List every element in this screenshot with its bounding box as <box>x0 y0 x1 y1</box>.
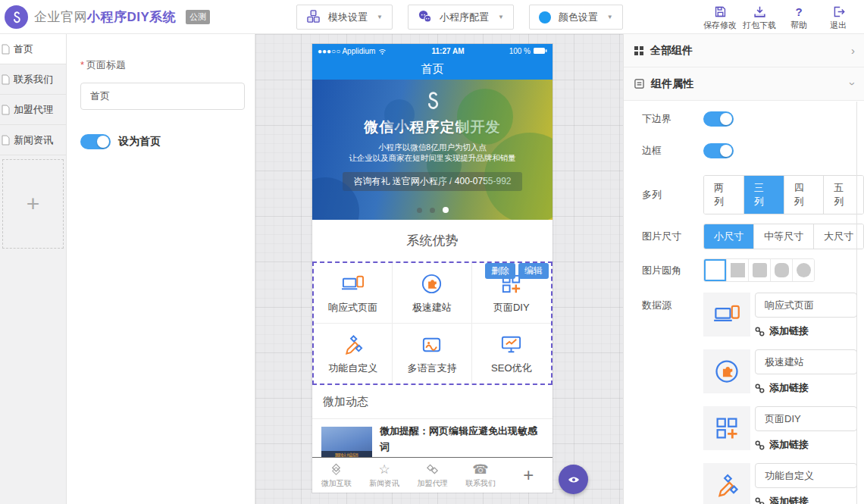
sidebar-item-home[interactable]: 首页 <box>0 34 66 64</box>
save-button[interactable]: 保存修改 <box>700 4 740 31</box>
sidebar-item-contact[interactable]: 联系我们 <box>0 64 66 95</box>
link-icon <box>755 383 765 393</box>
selected-component-grid[interactable]: 删除 编辑 响应式页面 极速建站 页面DIY <box>312 261 553 385</box>
phone-tab-bar: 微加互联 ☆ 新闻资讯 加盟代理 ☎ 联系我们 + <box>312 457 553 493</box>
page-title-label: *页面标题 <box>80 58 245 72</box>
radius-option-square[interactable] <box>726 259 748 281</box>
carrier-text: ●●●○○ Applidium <box>318 47 375 55</box>
section-title-advantages: 系统优势 <box>312 220 553 261</box>
feature-responsive[interactable]: 响应式页面 <box>314 263 393 324</box>
required-asterisk: * <box>80 59 84 70</box>
brand: 企业官网小程序DIY系统 公测 <box>5 0 210 34</box>
component-props-header[interactable]: 组件属性 › <box>624 67 864 101</box>
menu-modules-button[interactable]: 模块设置 ▼ <box>296 5 393 30</box>
page-icon <box>1 44 11 55</box>
tab-weijia[interactable]: 微加互联 <box>312 458 360 493</box>
chevron-right-icon: › <box>851 44 855 57</box>
scrollbar-track[interactable] <box>856 102 857 504</box>
exit-button[interactable]: 退出 <box>819 4 858 31</box>
miniprogram-icon <box>418 9 432 26</box>
radius-option-none-selected[interactable] <box>704 259 726 281</box>
seo-icon <box>499 333 523 356</box>
delete-component-button[interactable]: 删除 <box>485 263 515 279</box>
data-source-title-input[interactable] <box>755 463 857 488</box>
carousel-dot-active[interactable] <box>443 207 449 213</box>
eye-icon <box>567 473 581 487</box>
battery-icon <box>534 48 547 55</box>
custom-function-icon <box>341 333 365 356</box>
beta-badge: 公测 <box>186 10 210 24</box>
link-icon <box>755 497 765 504</box>
selection-actions: 删除 编辑 <box>485 263 549 279</box>
data-source-item: 添加链接 <box>703 463 857 504</box>
columns-option-2[interactable]: 两列 <box>704 176 743 214</box>
fast-build-icon <box>703 349 750 393</box>
feature-fast-build[interactable]: 极速建站 <box>393 263 471 324</box>
carousel-dots <box>312 207 553 213</box>
set-home-toggle[interactable] <box>80 134 111 149</box>
page-icon <box>1 74 11 85</box>
battery-text: 100 % <box>509 47 531 55</box>
feature-seo[interactable]: SEO优化 <box>472 324 551 383</box>
carousel-dot[interactable] <box>417 208 422 213</box>
plus-icon: + <box>523 468 534 484</box>
download-button[interactable]: 打包下载 <box>740 4 779 31</box>
editor-canvas: ●●●○○ Applidium 11:27 AM 100 % 首页 <box>255 34 623 504</box>
page-title-input[interactable] <box>80 83 245 110</box>
tab-agent[interactable]: 加盟代理 <box>409 458 456 493</box>
data-source-title-input[interactable] <box>755 293 857 318</box>
bottom-border-toggle[interactable] <box>703 111 734 127</box>
responsive-icon <box>341 272 365 296</box>
sidebar-item-agent[interactable]: 加盟代理 <box>0 95 66 125</box>
phone-preview: ●●●○○ Applidium 11:27 AM 100 % 首页 <box>312 44 553 493</box>
radius-option-rounded-sm[interactable] <box>748 259 770 281</box>
page-settings-panel: *页面标题 设为首页 <box>67 34 255 504</box>
size-medium[interactable]: 中等尺寸 <box>753 224 813 249</box>
edit-component-button[interactable]: 编辑 <box>518 263 549 279</box>
all-components-header[interactable]: 全部组件 › <box>624 34 864 67</box>
size-small-selected[interactable]: 小尺寸 <box>704 224 753 249</box>
bottom-border-row: 下边界 <box>642 111 864 127</box>
sidebar-item-news[interactable]: 新闻资讯 <box>0 125 66 155</box>
tab-add[interactable]: + <box>505 458 553 493</box>
modules-icon <box>306 9 321 26</box>
preview-button[interactable] <box>559 465 588 494</box>
image-size-row: 图片尺寸 小尺寸 中等尺寸 大尺寸 <box>642 224 864 249</box>
columns-option-3-selected[interactable]: 三列 <box>743 176 784 214</box>
columns-option-4[interactable]: 四列 <box>784 176 824 214</box>
menu-miniprogram-button[interactable]: 小程序配置 ▼ <box>408 5 514 30</box>
border-toggle[interactable] <box>703 143 734 158</box>
add-link-button[interactable]: 添加链接 <box>755 495 857 504</box>
border-row: 边框 <box>642 143 864 158</box>
data-source-item: 添加链接 <box>703 349 857 395</box>
hero-banner[interactable]: 微信小程序定制开发 小程序以微信8亿用户为切入点 让企业以及商家在短时间里实现提… <box>312 80 553 220</box>
props-list-icon <box>634 79 644 89</box>
add-page-button[interactable]: + <box>2 159 64 249</box>
carousel-dot[interactable] <box>430 208 435 213</box>
tab-contact[interactable]: ☎ 联系我们 <box>456 458 504 493</box>
add-link-button[interactable]: 添加链接 <box>755 324 857 338</box>
data-source-title-input[interactable] <box>755 349 857 374</box>
link-icon <box>755 327 765 337</box>
feature-custom-function[interactable]: 功能自定义 <box>314 324 393 383</box>
app-root: 企业官网小程序DIY系统 公测 模块设置 ▼ 小程序配置 ▼ 颜色设置 <box>0 0 864 504</box>
phone-icon: ☎ <box>472 462 488 477</box>
news-thumbnail: 网站编辑 <box>321 427 372 461</box>
columns-option-5[interactable]: 五列 <box>823 176 863 214</box>
page-icon <box>1 105 11 115</box>
radius-option-rounded-lg[interactable] <box>770 259 792 281</box>
menu-color-button[interactable]: 颜色设置 ▼ <box>529 5 623 30</box>
caret-down-icon: ▼ <box>377 14 383 20</box>
add-link-button[interactable]: 添加链接 <box>755 438 857 452</box>
multilang-icon <box>420 333 443 356</box>
columns-segmented: 两列 三列 四列 五列 <box>703 175 864 214</box>
help-button[interactable]: ? 帮助 <box>779 4 819 31</box>
section-title-news: 微加动态 <box>312 385 553 419</box>
tab-news[interactable]: ☆ 新闻资讯 <box>360 458 408 493</box>
add-link-button[interactable]: 添加链接 <box>755 381 857 395</box>
data-source-title-input[interactable] <box>755 406 857 431</box>
radius-option-circle[interactable] <box>792 259 814 281</box>
plus-icon: + <box>27 191 40 217</box>
feature-multilang[interactable]: 多语言支持 <box>393 324 471 383</box>
responsive-icon <box>703 293 750 337</box>
